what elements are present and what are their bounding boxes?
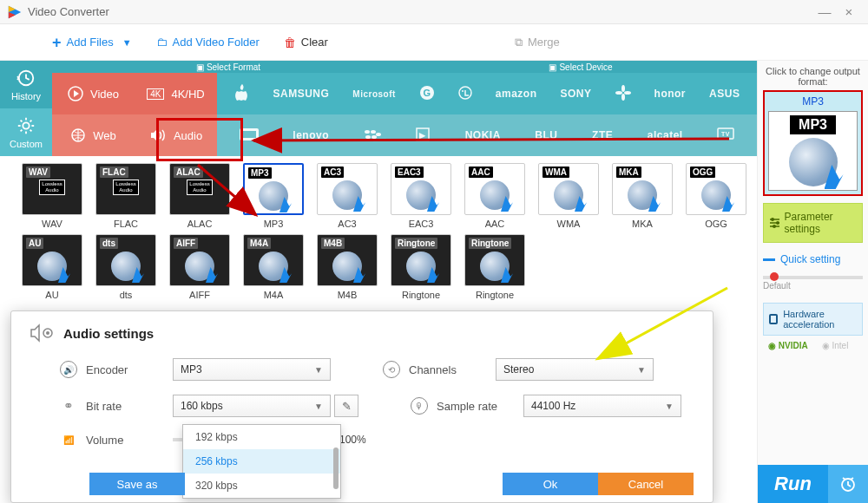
svg-text:TV: TV (721, 131, 730, 137)
preview-tag: MP3 (790, 115, 836, 134)
audio-settings-title: Audio settings (30, 323, 694, 343)
brand-SAMSUNG[interactable]: SAMSUNG (273, 88, 330, 100)
history-icon (16, 69, 36, 88)
folder-icon: 🗀 (156, 36, 168, 49)
brand-amazon[interactable]: amazon (496, 88, 537, 100)
volume-percent: 100% (339, 434, 366, 446)
svg-point-10 (462, 90, 464, 92)
add-files-button[interactable]: +Add Files (52, 36, 114, 49)
format-au[interactable]: AUAU (22, 234, 82, 300)
samplerate-select[interactable]: 44100 Hz▼ (523, 395, 681, 417)
alarm-clock-icon (839, 475, 857, 493)
brand-logo[interactable]: ▶ (415, 127, 431, 145)
add-files-dropdown-icon[interactable]: ▼ (122, 37, 132, 48)
format-dts[interactable]: dtsdts (95, 234, 156, 300)
history-tab[interactable]: History (0, 61, 52, 108)
format-ogg[interactable]: OGGOGG (686, 163, 746, 229)
save-as-button[interactable]: Save as (89, 473, 185, 495)
channels-select[interactable]: Stereo▼ (496, 358, 654, 381)
history-label: History (11, 91, 41, 101)
format-m4a[interactable]: M4AM4A (243, 234, 304, 300)
brand-NOKIA[interactable]: NOKIA (465, 129, 501, 141)
svg-point-29 (773, 225, 776, 228)
bitrate-edit-button[interactable]: ✎ (334, 395, 358, 417)
trash-icon: 🗑 (284, 36, 296, 49)
bitrate-option[interactable]: 320 kbps (183, 474, 340, 498)
format-eac3[interactable]: EAC3EAC3 (391, 163, 451, 229)
encoder-select[interactable]: MP3▼ (173, 358, 331, 381)
preview-title: MP3 (768, 95, 858, 108)
category-4k[interactable]: 4K4K/HD (135, 73, 217, 114)
fourk-icon: 4K (147, 88, 164, 100)
clear-button[interactable]: 🗑Clear (284, 36, 328, 49)
quick-setting-slider[interactable] (763, 276, 863, 279)
category-web[interactable]: Web (52, 114, 135, 156)
svg-point-28 (776, 221, 779, 225)
run-button[interactable]: Run (758, 465, 828, 503)
toolbar: +Add Files ▼ 🗀Add Video Folder 🗑Clear ⧉M… (0, 24, 868, 61)
quick-setting-button[interactable]: Quick setting (763, 253, 863, 265)
ok-button[interactable]: Ok (503, 473, 598, 495)
format-aiff[interactable]: AIFFAIFF (169, 234, 230, 300)
brand-LG[interactable] (458, 86, 472, 102)
bitrate-option[interactable]: 256 kbps (183, 449, 340, 474)
add-folder-label: Add Video Folder (173, 36, 260, 49)
category-video[interactable]: Video (52, 73, 135, 114)
schedule-button[interactable] (828, 465, 868, 503)
brand-ASUS[interactable]: ASUS (709, 88, 740, 100)
slider-knob[interactable] (770, 272, 779, 281)
category-audio[interactable]: Audio (135, 114, 217, 156)
scrollbar-thumb[interactable] (333, 447, 339, 489)
svg-point-32 (46, 331, 49, 335)
brand-TV[interactable]: TV (717, 127, 734, 144)
brand-lenovo[interactable]: lenovo (293, 129, 329, 141)
svg-point-20 (365, 135, 371, 139)
add-folder-button[interactable]: 🗀Add Video Folder (156, 36, 260, 49)
bitrate-dropdown-list: 192 kbps256 kbps320 kbps (182, 424, 341, 499)
default-label: Default (763, 281, 863, 291)
close-button[interactable]: × (837, 4, 861, 19)
play-icon (68, 86, 83, 101)
brand-logo[interactable] (240, 128, 259, 143)
format-ac3[interactable]: AC3AC3 (317, 163, 378, 229)
brand-Microsoft[interactable]: Microsoft (352, 89, 396, 99)
format-m4b[interactable]: M4BM4B (317, 234, 378, 300)
format-mp3[interactable]: MP3MP3 (243, 163, 304, 229)
brand-BB[interactable] (364, 128, 381, 143)
format-ringtone[interactable]: RingtoneRingtone (464, 234, 525, 300)
bitrate-select[interactable]: 160 kbps▼ (173, 395, 331, 417)
brand-alcatel[interactable]: alcatel (648, 129, 683, 141)
svg-point-22 (376, 133, 381, 136)
svg-point-11 (621, 85, 625, 92)
hardware-accel-toggle[interactable]: Hardware acceleration (763, 303, 863, 336)
format-ringtone[interactable]: RingtoneRingtone (391, 234, 451, 300)
channels-label: Channels (409, 363, 457, 376)
format-alac[interactable]: ALACLosslessAudioALAC (169, 163, 230, 229)
format-mka[interactable]: MKAMKA (612, 163, 673, 229)
format-aac[interactable]: AACAAC (464, 163, 525, 229)
format-wav[interactable]: WAVLosslessAudioWAV (22, 163, 82, 229)
chip-icon (769, 314, 778, 324)
parameter-settings-button[interactable]: Parameter settings (763, 203, 863, 243)
svg-text:G: G (423, 88, 431, 98)
output-format-preview[interactable]: MP3 MP3 (763, 90, 863, 196)
brand-HUAWEI[interactable] (615, 85, 631, 103)
svg-text:▶: ▶ (418, 131, 426, 140)
custom-tab[interactable]: Custom (0, 108, 52, 156)
brand-BLU[interactable]: BLU (535, 129, 557, 141)
clear-label: Clear (301, 36, 328, 49)
format-wma[interactable]: WMAWMA (538, 163, 599, 229)
format-flac[interactable]: FLACLosslessAudioFLAC (95, 163, 156, 229)
brand-honor[interactable]: honor (654, 88, 687, 100)
bitrate-option[interactable]: 192 kbps (183, 425, 340, 449)
brand-ZTE[interactable]: ZTE (592, 129, 613, 141)
cancel-button[interactable]: Cancel (598, 473, 694, 495)
svg-marker-6 (74, 90, 79, 97)
brand-SONY[interactable]: SONY (561, 88, 592, 100)
encoder-label: Encoder (86, 363, 128, 376)
minimize-button[interactable]: — (812, 4, 837, 19)
speaker-icon (149, 127, 167, 143)
merge-button[interactable]: ⧉Merge (515, 36, 560, 49)
brand-G[interactable]: G (419, 85, 435, 103)
brand-logo[interactable] (234, 84, 250, 104)
